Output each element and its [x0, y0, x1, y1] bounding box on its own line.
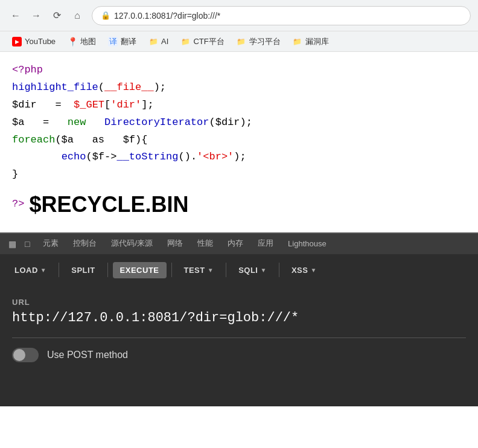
toggle-row: Use POST method: [12, 348, 466, 362]
toggle-label: Use POST method: [47, 350, 128, 360]
page-content: <?php highlight_file(__file__); $dir = $…: [0, 52, 478, 232]
toolbar-sep-1: [59, 263, 59, 277]
bookmark-maps-label: 地图: [80, 36, 96, 47]
lock-icon: 🔒: [101, 11, 110, 20]
load-button[interactable]: LOAD ▼: [7, 262, 54, 278]
sqli-arrow-icon: ▼: [260, 267, 266, 274]
bookmark-ctf-label: CTF平台: [193, 36, 224, 47]
folder-study-icon: 📁: [237, 37, 246, 46]
tab-sources[interactable]: 源代码/来源: [104, 233, 160, 254]
bookmark-youtube-label: YouTube: [25, 37, 56, 46]
inspector-icon[interactable]: ▦: [5, 233, 20, 254]
code-line-4: $a = new DirectoryIterator($dir);: [12, 114, 466, 132]
bookmark-maps[interactable]: 📍 地图: [63, 34, 101, 49]
url-value: http://127.0.0.1:8081/?dir=glob:///*: [12, 310, 466, 325]
toolbar: LOAD ▼ SPLIT EXECUTE TEST ▼ SQLI ▼ XSS ▼: [0, 254, 478, 286]
toolbar-sep-3: [171, 263, 172, 277]
php-close-tag: ?>: [12, 196, 24, 213]
url-label: URL: [12, 298, 466, 307]
tab-application[interactable]: 应用: [250, 233, 281, 254]
code-line-3: $dir = $_GET['dir'];: [12, 97, 466, 114]
xss-button[interactable]: XSS ▼: [284, 262, 324, 278]
bookmark-translate-label: 翻译: [121, 36, 136, 47]
toolbar-sep-2: [107, 263, 108, 277]
bookmarks-bar: ▶ YouTube 📍 地图 译 翻译 📁 AI 📁 CTF平台 📁 学习平台 …: [0, 31, 478, 52]
reload-button[interactable]: ⟳: [48, 7, 65, 24]
devtools-tabs: ▦ □ 元素 控制台 源代码/来源 网络 性能 内存 应用 Lighthouse: [0, 232, 478, 254]
toolbar-sep-5: [279, 263, 279, 277]
bookmark-vuln[interactable]: 📁 漏洞库: [288, 34, 334, 49]
code-line-7: }: [12, 166, 466, 184]
console-icon[interactable]: □: [21, 233, 33, 254]
folder-vuln-icon: 📁: [293, 37, 302, 46]
tab-performance[interactable]: 性能: [190, 233, 220, 254]
bookmark-ai-label: AI: [161, 37, 168, 46]
bookmark-study[interactable]: 📁 学习平台: [232, 34, 285, 49]
recycle-bin-line: ?> $RECYCLE.BIN: [12, 186, 466, 223]
code-line-2: highlight_file(__file__);: [12, 79, 466, 97]
sqli-button[interactable]: SQLI ▼: [231, 262, 274, 278]
url-display: 127.0.0.1:8081/?dir=glob:///*: [114, 11, 220, 21]
test-arrow-icon: ▼: [208, 267, 214, 274]
youtube-icon: ▶: [12, 37, 22, 46]
maps-icon: 📍: [68, 37, 77, 46]
split-button[interactable]: SPLIT: [64, 262, 102, 278]
bookmark-vuln-label: 漏洞库: [305, 36, 329, 47]
tab-network[interactable]: 网络: [160, 233, 190, 254]
xss-arrow-icon: ▼: [310, 267, 316, 274]
folder-ctf-icon: 📁: [180, 37, 190, 46]
address-bar[interactable]: 🔒 127.0.0.1:8081/?dir=glob:///*: [92, 6, 471, 25]
bookmark-ctf[interactable]: 📁 CTF平台: [176, 34, 229, 49]
tab-elements[interactable]: 元素: [36, 233, 66, 254]
code-line-5: foreach($a as $f){: [12, 132, 466, 149]
toolbar-sep-4: [226, 263, 226, 277]
tab-memory[interactable]: 内存: [220, 233, 250, 254]
load-arrow-icon: ▼: [40, 267, 46, 274]
nav-buttons: ← → ⟳ ⌂: [7, 7, 86, 24]
post-method-toggle[interactable]: [12, 348, 39, 362]
tab-lighthouse[interactable]: Lighthouse: [281, 233, 334, 254]
tab-console[interactable]: 控制台: [66, 233, 104, 254]
bookmark-youtube[interactable]: ▶ YouTube: [7, 35, 60, 48]
code-line-1: <?php: [12, 62, 466, 79]
translate-icon: 译: [108, 37, 118, 46]
forward-button[interactable]: →: [28, 7, 45, 24]
bookmark-translate[interactable]: 译 翻译: [103, 34, 141, 49]
folder-ai-icon: 📁: [148, 37, 158, 46]
bookmark-study-label: 学习平台: [249, 36, 281, 47]
browser-nav: ← → ⟳ ⌂ 🔒 127.0.0.1:8081/?dir=glob:///*: [0, 0, 478, 31]
panel-content: URL http://127.0.0.1:8081/?dir=glob:///*…: [0, 286, 478, 406]
bookmark-ai[interactable]: 📁 AI: [144, 35, 173, 48]
toggle-knob: [13, 349, 25, 361]
recycle-bin-text: $RECYCLE.BIN: [29, 186, 188, 223]
panel-divider: [12, 338, 466, 338]
devtools-icons: ▦ □: [5, 233, 33, 254]
execute-button[interactable]: EXECUTE: [113, 262, 167, 278]
test-button[interactable]: TEST ▼: [177, 262, 221, 278]
code-line-6: echo($f->__toString().'<br>');: [12, 149, 466, 166]
back-button[interactable]: ←: [7, 7, 24, 24]
home-button[interactable]: ⌂: [69, 7, 86, 24]
